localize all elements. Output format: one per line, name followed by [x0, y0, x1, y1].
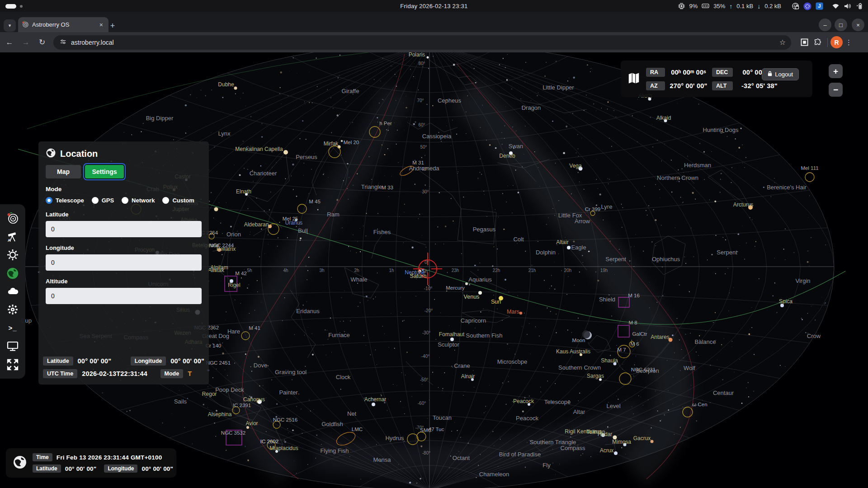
bookmark-star-icon[interactable]: ☆ [779, 38, 786, 47]
radio-gps-control[interactable] [92, 197, 99, 204]
bright-star [217, 248, 221, 252]
dec-badge: DEC [712, 68, 733, 77]
az-value: 270° 00' 00" [665, 82, 712, 89]
net-up: 0.1 kB [736, 3, 753, 9]
location-globe-icon-active[interactable] [6, 267, 19, 280]
tab-astroberry[interactable]: Astroberry OS × [18, 17, 108, 32]
location-panel: Location Map Settings Mode Telescope GPS… [38, 141, 209, 385]
altitude-input[interactable] [46, 288, 202, 304]
bright-star [509, 151, 513, 155]
tab-settings[interactable]: Settings [85, 165, 124, 178]
reload-button[interactable]: ↻ [35, 36, 49, 49]
tab-favicon [22, 21, 28, 29]
location-panel-title: Location [60, 149, 98, 159]
coordinates-readout-panel: RA 00ʰ 00ᵐ 00ˢ DEC 00° 00' 00" AZ 270° 0… [621, 61, 812, 97]
tab-organize-icon[interactable] [797, 36, 811, 49]
radio-telescope[interactable]: Telescope [46, 197, 84, 204]
globe-icon [46, 148, 56, 160]
bright-star [748, 205, 753, 210]
map-icon[interactable] [627, 71, 641, 87]
browser-menu-icon[interactable]: ⋮ [845, 38, 852, 47]
back-button[interactable]: ← [3, 36, 16, 49]
terminal-icon[interactable]: >_ [6, 321, 19, 335]
altitude-label: Altitude [46, 278, 202, 285]
profile-avatar[interactable]: R [830, 36, 843, 48]
svg-text:J: J [818, 3, 821, 9]
status-utc-badge: UTC Time [43, 369, 77, 378]
globe-lock-icon[interactable] [792, 2, 799, 10]
volume-icon[interactable] [844, 3, 851, 9]
latitude-input[interactable] [46, 221, 202, 237]
zoom-out-button[interactable]: − [829, 83, 843, 97]
bright-star [283, 150, 288, 155]
tab-search-button[interactable]: ▾ [4, 19, 16, 32]
bright-star [580, 353, 582, 356]
fullscreen-icon[interactable] [6, 358, 19, 371]
new-tab-button[interactable]: + [107, 20, 118, 32]
cpu-icon[interactable] [678, 3, 685, 9]
tab-close-icon[interactable]: × [98, 21, 105, 28]
lock-icon [768, 71, 772, 78]
bright-star [613, 436, 617, 440]
weather-cloud-icon[interactable] [6, 285, 19, 298]
settings-gear-icon[interactable] [6, 303, 19, 316]
longitude-input[interactable] [46, 254, 202, 271]
alt-badge: ALT [712, 81, 733, 90]
longitude-value: 00° 00' 00" [142, 465, 173, 472]
telescope-icon[interactable]: A [6, 230, 19, 244]
bright-star [780, 304, 784, 307]
blue-app-icon[interactable] [803, 2, 811, 10]
wifi-icon[interactable] [832, 3, 840, 9]
system-top-bar: Friday 2026-02-13 23:31 9% 35% ↑ 0.1 kB … [0, 0, 868, 12]
radio-custom-control[interactable] [162, 197, 169, 204]
latitude-badge: Latitude [33, 465, 61, 473]
download-arrow-icon: ↓ [757, 3, 760, 10]
url-text[interactable]: astroberry.local [71, 39, 779, 46]
bright-star [664, 119, 667, 122]
j-app-icon[interactable]: J [816, 2, 823, 10]
time-badge: Time [33, 453, 52, 461]
radio-custom[interactable]: Custom [162, 197, 194, 204]
status-latitude-value: 00° 00' 00" [78, 357, 112, 365]
longitude-label: Longitude [46, 244, 202, 251]
window-close-button[interactable]: × [852, 19, 864, 31]
bright-star [246, 426, 249, 429]
astroberry-logo-icon[interactable] [6, 211, 19, 225]
bright-star [427, 56, 429, 59]
window-maximize-button[interactable]: □ [835, 19, 847, 31]
bright-star [567, 246, 571, 249]
remote-desktop-icon[interactable] [6, 339, 19, 353]
location-status: Latitude00° 00' 00" Longitude00° 00' 00"… [43, 353, 204, 378]
address-bar[interactable]: astroberry.local ☆ [53, 35, 791, 50]
site-info-icon[interactable] [60, 38, 66, 47]
latitude-label: Latitude [46, 211, 202, 218]
battery-icon[interactable] [855, 3, 863, 10]
radio-network[interactable]: Network [122, 197, 155, 204]
toolbar-separator [827, 38, 828, 47]
memory-icon[interactable] [702, 3, 709, 9]
status-utc-value: 2026-02-13T22:31:44 [82, 370, 147, 377]
bright-star [519, 312, 522, 314]
radio-gps[interactable]: GPS [92, 197, 114, 204]
extensions-puzzle-icon[interactable] [811, 36, 825, 49]
tab-map[interactable]: Map [46, 165, 81, 178]
desktop: Friday 2026-02-13 23:31 9% 35% ↑ 0.1 kB … [0, 0, 868, 488]
az-badge: AZ [646, 81, 665, 90]
bright-star [614, 451, 618, 455]
bright-star [234, 87, 237, 90]
radio-network-control[interactable] [122, 197, 128, 204]
bright-star [601, 433, 605, 437]
net-down: 0.2 kB [764, 3, 781, 9]
logout-button[interactable]: Logout [762, 68, 799, 80]
ra-badge: RA [646, 68, 665, 77]
zoom-in-button[interactable]: + [829, 64, 843, 78]
sun-focus-icon[interactable] [6, 248, 19, 262]
forward-button[interactable]: → [19, 36, 33, 49]
bright-star [471, 378, 474, 381]
status-mode-value: T [188, 370, 192, 377]
ra-value: 00ʰ 00ᵐ 00ˢ [665, 69, 712, 76]
window-minimize-button[interactable]: – [819, 19, 831, 31]
bright-star [295, 219, 297, 221]
radio-telescope-control[interactable] [46, 197, 52, 204]
upload-arrow-icon: ↑ [729, 3, 732, 10]
